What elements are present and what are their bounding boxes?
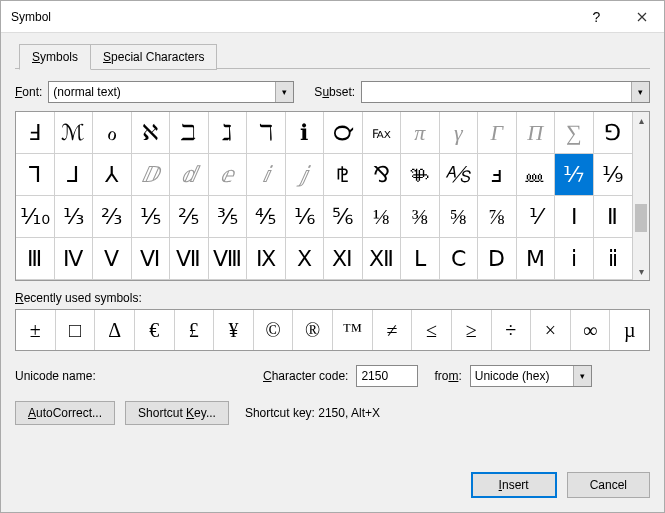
grid-scrollbar[interactable]: ▴ ▾	[632, 112, 649, 280]
recent-symbol-cell[interactable]: □	[56, 310, 96, 350]
symbol-cell[interactable]: ⅅ	[132, 154, 171, 196]
symbol-cell[interactable]: Ⅵ	[132, 238, 171, 280]
recent-symbol-cell[interactable]: ®	[293, 310, 333, 350]
font-label: Font:	[15, 85, 42, 99]
symbol-cell[interactable]: ⅚	[324, 196, 363, 238]
symbol-cell[interactable]: Ⅲ	[16, 238, 55, 280]
scroll-track[interactable]	[633, 129, 649, 263]
symbol-cell[interactable]: ⅃	[55, 154, 94, 196]
scroll-thumb[interactable]	[635, 204, 647, 232]
symbol-cell[interactable]: ⅌	[401, 154, 440, 196]
symbol-cell[interactable]: Ⅾ	[478, 238, 517, 280]
autocorrect-button[interactable]: AutoCorrect...	[15, 401, 115, 425]
symbol-cell[interactable]: Ⅱ	[594, 196, 633, 238]
symbol-cell[interactable]: ℴ	[93, 112, 132, 154]
symbol-cell[interactable]: ⅒	[16, 196, 55, 238]
symbol-cell[interactable]: ⅓	[55, 196, 94, 238]
symbol-cell[interactable]: ℳ	[55, 112, 94, 154]
symbol-cell[interactable]: ⅍	[440, 154, 479, 196]
symbol-cell[interactable]: ⅁	[594, 112, 633, 154]
symbol-cell[interactable]: ⅛	[363, 196, 402, 238]
insert-button[interactable]: Insert	[471, 472, 557, 498]
from-select-wrap: ▾	[470, 365, 592, 387]
recent-symbol-cell[interactable]: ≠	[373, 310, 413, 350]
dialog-body: Symbols Special Characters Font: ▾ Subse…	[1, 33, 664, 512]
subset-select[interactable]	[361, 81, 650, 103]
symbol-cell[interactable]: ℸ	[247, 112, 286, 154]
symbol-cell[interactable]: ⅏	[517, 154, 556, 196]
symbol-cell[interactable]: Ⅴ	[93, 238, 132, 280]
scroll-down-button[interactable]: ▾	[633, 263, 649, 280]
symbol-cell[interactable]: ⅉ	[286, 154, 325, 196]
symbol-cell[interactable]: ℶ	[170, 112, 209, 154]
symbol-cell[interactable]: ⅇ	[209, 154, 248, 196]
symbol-cell[interactable]: Ⅹ	[286, 238, 325, 280]
symbol-cell[interactable]: ℵ	[132, 112, 171, 154]
symbol-cell[interactable]: ⅑	[594, 154, 633, 196]
symbol-cell[interactable]: Π	[517, 112, 556, 154]
symbol-cell[interactable]: ⅋	[363, 154, 402, 196]
symbol-cell[interactable]: Ⅸ	[247, 238, 286, 280]
shortcut-key-button[interactable]: Shortcut Key...	[125, 401, 229, 425]
symbol-cell[interactable]: ∑	[555, 112, 594, 154]
recent-symbol-cell[interactable]: ™	[333, 310, 373, 350]
recent-symbol-cell[interactable]: ×	[531, 310, 571, 350]
symbol-cell[interactable]: ℺	[324, 112, 363, 154]
recent-symbol-cell[interactable]: ÷	[492, 310, 532, 350]
symbol-cell[interactable]: ⅰ	[555, 238, 594, 280]
symbol-cell[interactable]: Ⅼ	[401, 238, 440, 280]
symbol-cell[interactable]: Ⅳ	[55, 238, 94, 280]
symbol-cell[interactable]: Ⅷ	[209, 238, 248, 280]
symbol-cell[interactable]: ⅆ	[170, 154, 209, 196]
recent-symbol-cell[interactable]: £	[175, 310, 215, 350]
symbol-cell[interactable]: Ⅎ	[16, 112, 55, 154]
font-select[interactable]	[48, 81, 294, 103]
recent-symbol-cell[interactable]: ≥	[452, 310, 492, 350]
symbol-cell[interactable]: ⅎ	[478, 154, 517, 196]
symbol-cell[interactable]: ⅄	[93, 154, 132, 196]
recent-symbol-cell[interactable]: ±	[16, 310, 56, 350]
recent-symbol-cell[interactable]: ∞	[571, 310, 611, 350]
recent-symbol-cell[interactable]: €	[135, 310, 175, 350]
recent-symbol-cell[interactable]: ©	[254, 310, 294, 350]
tab-special-characters[interactable]: Special Characters	[90, 44, 217, 70]
from-select[interactable]	[470, 365, 592, 387]
symbol-cell[interactable]: ⅜	[401, 196, 440, 238]
symbol-cell[interactable]: Ⅿ	[517, 238, 556, 280]
symbol-cell[interactable]: ⅘	[247, 196, 286, 238]
recent-symbol-cell[interactable]: Δ	[95, 310, 135, 350]
symbol-cell[interactable]: π	[401, 112, 440, 154]
symbol-cell[interactable]: Ⅰ	[555, 196, 594, 238]
symbol-cell[interactable]: ⅟	[517, 196, 556, 238]
symbol-cell[interactable]: ℹ	[286, 112, 325, 154]
symbol-cell[interactable]: ⅂	[16, 154, 55, 196]
recent-symbol-cell[interactable]: µ	[610, 310, 649, 350]
symbol-cell[interactable]: Ⅶ	[170, 238, 209, 280]
symbol-cell[interactable]: ⅐	[555, 154, 594, 196]
symbol-cell[interactable]: ⅗	[209, 196, 248, 238]
symbol-cell[interactable]: ⅈ	[247, 154, 286, 196]
symbol-cell[interactable]: ⅝	[440, 196, 479, 238]
symbol-cell[interactable]: ℷ	[209, 112, 248, 154]
symbol-cell[interactable]: Ⅽ	[440, 238, 479, 280]
recent-symbol-cell[interactable]: ¥	[214, 310, 254, 350]
symbol-cell[interactable]: ⅔	[93, 196, 132, 238]
symbol-cell[interactable]: ⅙	[286, 196, 325, 238]
symbol-cell[interactable]: γ	[440, 112, 479, 154]
symbol-cell[interactable]: ⅱ	[594, 238, 633, 280]
symbol-cell[interactable]: ⅕	[132, 196, 171, 238]
recent-symbol-cell[interactable]: ≤	[412, 310, 452, 350]
character-code-input[interactable]	[356, 365, 418, 387]
symbol-cell[interactable]: ⅞	[478, 196, 517, 238]
cancel-button[interactable]: Cancel	[567, 472, 650, 498]
close-button[interactable]	[619, 1, 664, 33]
help-button[interactable]: ?	[574, 1, 619, 33]
symbol-cell[interactable]: Ⅺ	[324, 238, 363, 280]
symbol-cell[interactable]: ℻	[363, 112, 402, 154]
scroll-up-button[interactable]: ▴	[633, 112, 649, 129]
symbol-cell[interactable]: Γ	[478, 112, 517, 154]
symbol-cell[interactable]: ⅊	[324, 154, 363, 196]
tab-symbols[interactable]: Symbols	[19, 44, 91, 70]
symbol-cell[interactable]: ⅖	[170, 196, 209, 238]
symbol-cell[interactable]: Ⅻ	[363, 238, 402, 280]
